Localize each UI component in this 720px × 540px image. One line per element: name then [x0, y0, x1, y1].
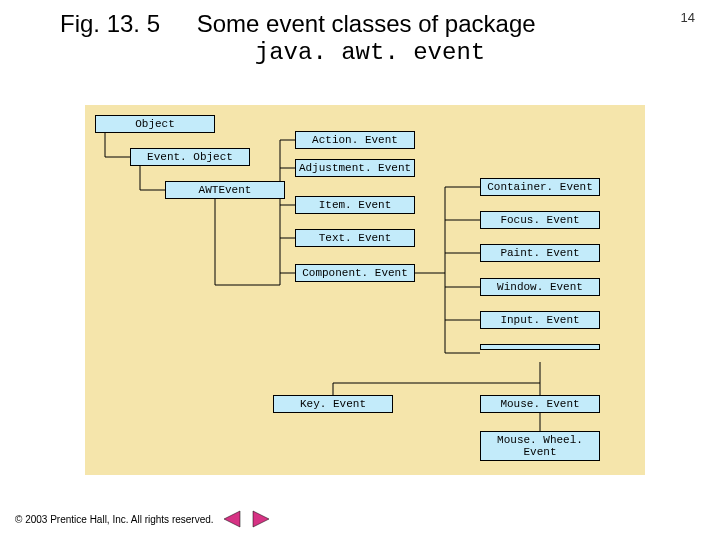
svg-marker-25 [224, 511, 240, 527]
class-diagram: Object Event. Object AWTEvent Action. Ev… [85, 105, 645, 475]
node-mouse-event: Mouse. Event [480, 395, 600, 413]
node-key-event: Key. Event [273, 395, 393, 413]
node-input-event: Input. Event [480, 311, 600, 329]
node-event-object: Event. Object [130, 148, 250, 166]
node-awt-event: AWTEvent [165, 181, 285, 199]
node-container-event: Container. Event [480, 178, 600, 196]
node-component-event: Component. Event [295, 264, 415, 282]
figure-label: Fig. 13. 5 [60, 10, 160, 39]
footer: © 2003 Prentice Hall, Inc. All rights re… [15, 510, 271, 530]
triangle-right-icon [251, 510, 271, 528]
node-action-event: Action. Event [295, 131, 415, 149]
node-adjustment-event: Adjustment. Event [295, 159, 415, 177]
node-item-event: Item. Event [295, 196, 415, 214]
node-mouse-event-dup [480, 344, 600, 350]
node-mouse-wheel-event: Mouse. Wheel. Event [480, 431, 600, 461]
node-text-event: Text. Event [295, 229, 415, 247]
svg-marker-26 [253, 511, 269, 527]
node-object: Object [95, 115, 215, 133]
node-focus-event: Focus. Event [480, 211, 600, 229]
copyright-text: © 2003 Prentice Hall, Inc. All rights re… [15, 514, 214, 525]
node-window-event: Window. Event [480, 278, 600, 296]
prev-button[interactable] [222, 510, 242, 530]
node-paint-event: Paint. Event [480, 244, 600, 262]
figure-title: Fig. 13. 5 Some event classes of package… [60, 10, 580, 68]
triangle-left-icon [222, 510, 242, 528]
page-number: 14 [681, 10, 695, 25]
next-button[interactable] [251, 510, 271, 530]
